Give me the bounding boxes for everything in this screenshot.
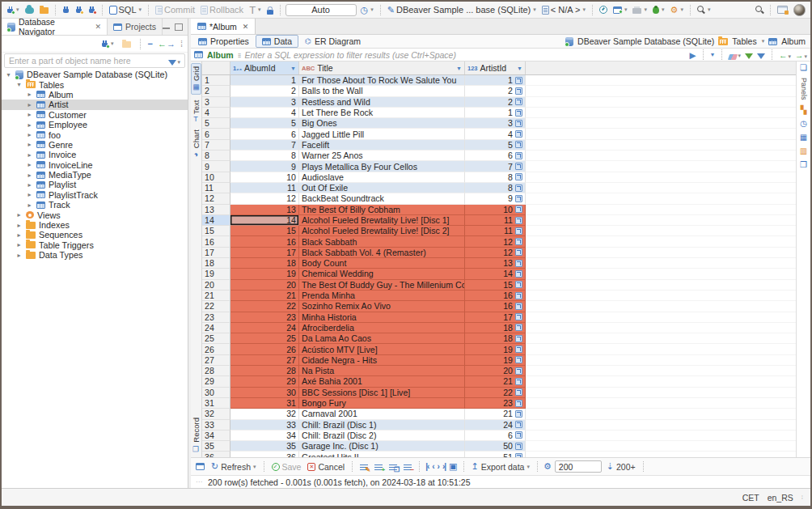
cell-artistid[interactable]: 3 — [465, 118, 526, 129]
cell-artistid[interactable]: 9 — [465, 193, 526, 204]
compile-button[interactable]: ⚙▾ — [669, 5, 685, 15]
cell-artistid[interactable]: 13 — [465, 258, 526, 269]
row-number-cell[interactable]: 8 — [202, 151, 230, 161]
dashboard-button[interactable] — [598, 5, 609, 15]
expander-icon[interactable]: ▸ — [26, 191, 33, 198]
calc-panel-icon[interactable]: ▦ — [800, 134, 807, 142]
row-number-cell[interactable]: 1 — [202, 75, 230, 86]
expander-icon[interactable]: ▸ — [15, 231, 23, 239]
cell-albumid[interactable]: 30 — [230, 388, 299, 398]
foreign-key-link-icon[interactable] — [515, 324, 522, 331]
perspective-button[interactable] — [776, 5, 789, 15]
foreign-key-link-icon[interactable] — [515, 109, 522, 117]
foreign-key-link-icon[interactable] — [515, 421, 522, 428]
filter-dropdown-icon[interactable]: ▼ — [290, 66, 296, 71]
cell-artistid[interactable]: 6 — [465, 151, 526, 161]
foreign-key-link-icon[interactable] — [515, 367, 522, 375]
cell-artistid[interactable]: 1 — [465, 108, 526, 118]
foreign-key-link-icon[interactable] — [515, 453, 522, 457]
schedule-button[interactable]: ◷▾ — [359, 5, 375, 15]
foreign-key-link-icon[interactable] — [515, 270, 522, 278]
tree-item-genre[interactable]: ▸Genre — [2, 140, 188, 150]
cell-albumid[interactable]: 29 — [230, 376, 299, 387]
cell-title[interactable]: Balls to the Wall — [299, 86, 465, 96]
row-number-cell[interactable]: 21 — [202, 291, 230, 301]
foreign-key-link-icon[interactable] — [515, 281, 522, 288]
cell-artistid[interactable]: 2 — [465, 97, 526, 108]
breadcrumb-database[interactable]: DBeaver Sample Database (SQLite) — [577, 36, 714, 46]
cell-artistid[interactable]: 11 — [465, 226, 526, 236]
expander-icon[interactable]: ▸ — [15, 241, 23, 248]
tree-item-indexes[interactable]: ▸Indexes — [2, 220, 188, 230]
cell-artistid[interactable]: 15 — [465, 280, 526, 291]
cell-title[interactable]: Prenda Minha — [299, 291, 465, 301]
cell-albumid[interactable]: 19 — [230, 269, 299, 279]
cell-albumid[interactable]: 25 — [230, 333, 299, 344]
row-number-cell[interactable]: 22 — [202, 301, 230, 312]
tree-item-table-triggers[interactable]: ▸Table Triggers — [2, 240, 188, 250]
cell-title[interactable]: The Best Of Buddy Guy - The Millenium Co… — [299, 280, 465, 291]
cell-title[interactable]: Axé Bahia 2001 — [299, 376, 465, 387]
foreign-key-link-icon[interactable] — [515, 335, 522, 342]
print-button[interactable]: ▾ — [631, 5, 649, 15]
cell-title[interactable]: Chill: Brazil (Disc 1) — [299, 420, 465, 431]
rollback-button[interactable]: Rollback — [199, 4, 245, 15]
expander-icon[interactable]: ▸ — [26, 161, 33, 168]
foreign-key-link-icon[interactable] — [515, 152, 522, 159]
expander-icon[interactable]: ▸ — [15, 252, 23, 259]
expander-icon[interactable]: ▸ — [26, 111, 33, 118]
cell-artistid[interactable]: 51 — [465, 452, 526, 457]
sql-filter-input[interactable]: Enter a SQL expression to filter results… — [244, 50, 685, 60]
expander-icon[interactable]: ▸ — [26, 141, 33, 148]
tree-item-album[interactable]: ▸Album — [2, 90, 188, 100]
cell-artistid[interactable]: 23 — [465, 398, 526, 409]
cell-title[interactable]: Chemical Wedding — [299, 269, 465, 279]
cell-title[interactable]: Afrociberdelia — [299, 323, 465, 333]
foreign-key-link-icon[interactable] — [515, 206, 522, 213]
row-number-cell[interactable]: 30 — [202, 388, 230, 398]
cell-artistid[interactable]: 1 — [465, 75, 526, 86]
cell-title[interactable]: Body Count — [299, 258, 465, 269]
cell-artistid[interactable]: 18 — [465, 333, 526, 344]
cell-albumid[interactable]: 26 — [230, 344, 299, 354]
cell-albumid[interactable]: 31 — [230, 398, 299, 409]
go-to-row-button[interactable]: ▣ — [449, 462, 457, 471]
row-number-cell[interactable]: 27 — [202, 355, 230, 366]
foreign-key-link-icon[interactable] — [515, 346, 522, 353]
cell-albumid[interactable]: 35 — [230, 441, 299, 452]
foreign-key-link-icon[interactable] — [515, 163, 522, 170]
grid-corner-cell[interactable] — [202, 62, 230, 74]
row-number-cell[interactable]: 11 — [202, 183, 230, 193]
cell-albumid[interactable]: 5 — [230, 118, 299, 129]
quick-search-button[interactable]: ▾ — [696, 5, 713, 15]
row-number-cell[interactable]: 20 — [202, 280, 230, 291]
foreign-key-link-icon[interactable] — [515, 217, 522, 224]
cell-title[interactable]: Alcohol Fueled Brewtality Live! [Disc 1] — [299, 215, 465, 226]
foreign-key-link-icon[interactable] — [515, 378, 522, 385]
value-panel-icon[interactable]: ▥ — [800, 147, 807, 155]
tree-item-track[interactable]: ▸Track — [2, 200, 188, 210]
foreign-key-link-icon[interactable] — [515, 400, 522, 407]
cell-title[interactable]: Minha Historia — [299, 312, 465, 323]
cell-albumid[interactable]: 17 — [230, 248, 299, 258]
cell-albumid[interactable]: 11 — [230, 183, 299, 193]
tree-item-invoice[interactable]: ▸Invoice — [2, 150, 188, 159]
cell-artistid[interactable]: 21 — [465, 409, 526, 419]
cell-title[interactable]: Audioslave — [299, 172, 465, 183]
save-button[interactable]: ✓Save — [270, 461, 303, 473]
tree-item-sequences[interactable]: ▸Sequences — [2, 230, 188, 240]
cell-title[interactable]: BackBeat Soundtrack — [299, 193, 465, 204]
disconnect-button[interactable] — [87, 5, 97, 15]
cell-artistid[interactable]: 20 — [465, 366, 526, 376]
foreign-key-link-icon[interactable] — [515, 388, 522, 396]
tree-item-tables[interactable]: ▾Tables — [2, 79, 188, 89]
row-number-cell[interactable]: 26 — [202, 344, 230, 354]
cell-albumid[interactable]: 10 — [230, 172, 299, 183]
cell-title[interactable]: The Best Of Billy Cobham — [299, 205, 465, 215]
foreign-key-link-icon[interactable] — [515, 238, 522, 245]
tree-item-data-types[interactable]: ▸Data Types — [2, 250, 188, 260]
column-header-artistid[interactable]: 123ArtistId▼ — [465, 62, 526, 74]
cell-title[interactable]: Warner 25 Anos — [299, 151, 465, 161]
cell-artistid[interactable]: 19 — [465, 344, 526, 354]
tree-item-mediatype[interactable]: ▸MediaType — [2, 170, 188, 180]
